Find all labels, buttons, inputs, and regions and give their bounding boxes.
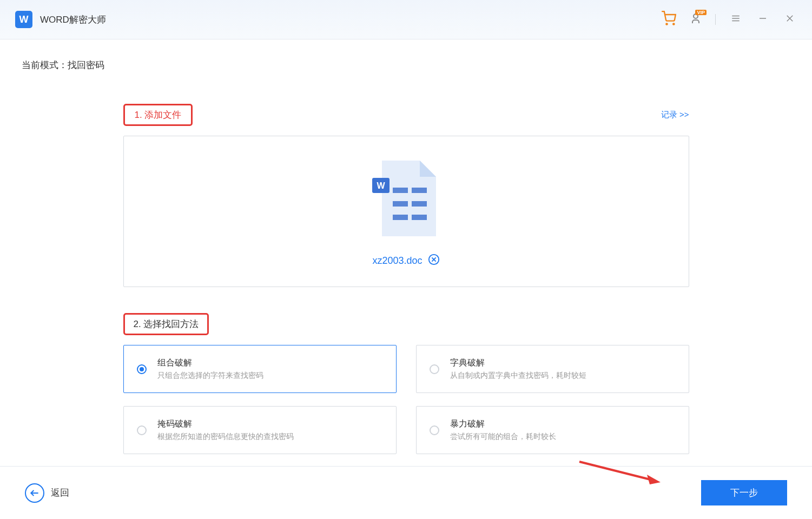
back-label: 返回 — [51, 487, 69, 499]
section-add-file: 1. 添加文件 记录 >> W xz2003.doc — [123, 104, 689, 287]
close-window-icon[interactable] — [783, 11, 797, 28]
option-title: 字典破解 — [450, 357, 586, 369]
option-dictionary[interactable]: 字典破解 从自制或内置字典中查找密码，耗时较短 — [416, 345, 689, 393]
section-choose-method: 2. 选择找回方法 组合破解 只组合您选择的字符来查找密码 字典破解 从自制或内… — [123, 313, 689, 454]
option-bruteforce[interactable]: 暴力破解 尝试所有可能的组合，耗时较长 — [416, 406, 689, 454]
app-title: WORD解密大师 — [40, 14, 106, 26]
radio-icon — [430, 425, 439, 435]
section2-header: 2. 选择找回方法 — [123, 313, 689, 335]
radio-icon — [137, 364, 147, 374]
option-title: 掩码破解 — [157, 418, 294, 430]
svg-rect-9 — [393, 188, 408, 193]
app-header: W WORD解密大师 VIP — [0, 0, 812, 39]
option-desc: 根据您所知道的密码信息更快的查找密码 — [157, 432, 294, 442]
word-doc-icon: W — [366, 155, 447, 244]
header-left: W WORD解密大师 — [15, 11, 106, 28]
option-desc: 尝试所有可能的组合，耗时较长 — [450, 432, 556, 442]
app-logo: W — [15, 11, 32, 28]
section2-title-box: 2. 选择找回方法 — [123, 313, 209, 335]
svg-rect-12 — [412, 201, 427, 207]
svg-point-0 — [666, 23, 667, 24]
svg-text:W: W — [377, 181, 385, 190]
main-content: 当前模式：找回密码 1. 添加文件 记录 >> W — [0, 39, 812, 454]
header-right: VIP — [661, 11, 797, 28]
file-drop-area[interactable]: W xz2003.doc — [123, 136, 689, 287]
svg-point-1 — [673, 23, 674, 24]
back-button[interactable]: 返回 — [25, 483, 69, 503]
minimize-icon[interactable] — [756, 11, 770, 28]
svg-rect-13 — [393, 215, 408, 220]
option-desc: 只组合您选择的字符来查找密码 — [157, 371, 263, 381]
svg-rect-10 — [412, 188, 427, 193]
file-name: xz2003.doc — [372, 255, 422, 267]
file-name-row: xz2003.doc — [372, 254, 439, 268]
option-title: 暴力破解 — [450, 418, 556, 430]
section1-header: 1. 添加文件 记录 >> — [123, 104, 689, 126]
option-title: 组合破解 — [157, 357, 263, 369]
method-options-grid: 组合破解 只组合您选择的字符来查找密码 字典破解 从自制或内置字典中查找密码，耗… — [123, 345, 689, 454]
menu-icon[interactable] — [729, 11, 743, 28]
header-divider — [715, 14, 716, 25]
user-icon[interactable]: VIP — [689, 12, 702, 27]
mode-label: 当前模式：找回密码 — [22, 59, 790, 71]
next-button[interactable]: 下一步 — [701, 480, 787, 505]
option-desc: 从自制或内置字典中查找密码，耗时较短 — [450, 371, 586, 381]
footer: 返回 下一步 — [0, 466, 812, 519]
logo-letter: W — [19, 14, 29, 25]
radio-icon — [137, 425, 147, 435]
remove-file-icon[interactable] — [428, 254, 440, 268]
option-combination[interactable]: 组合破解 只组合您选择的字符来查找密码 — [123, 345, 397, 393]
radio-icon — [430, 364, 439, 374]
back-arrow-icon — [25, 483, 44, 503]
record-link[interactable]: 记录 >> — [661, 110, 689, 120]
cart-icon[interactable] — [661, 11, 676, 28]
section2-title: 2. 选择找回方法 — [134, 319, 199, 329]
svg-rect-14 — [412, 215, 427, 220]
option-mask[interactable]: 掩码破解 根据您所知道的密码信息更快的查找密码 — [123, 406, 397, 454]
svg-rect-11 — [393, 201, 408, 207]
section1-title: 1. 添加文件 — [123, 104, 193, 126]
vip-badge: VIP — [695, 10, 707, 15]
